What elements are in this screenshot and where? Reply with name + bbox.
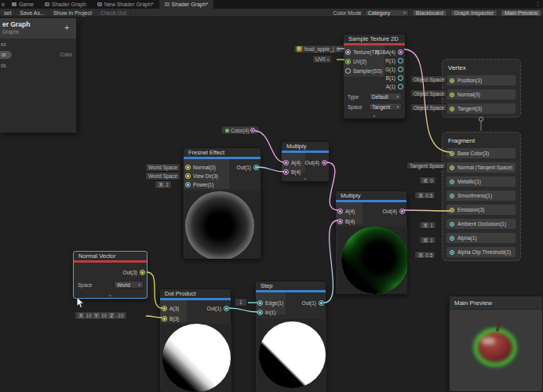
node-sample-texture-2d[interactable]: Sample Texture 2D Texture(T2) UV(2) Samp… — [343, 34, 406, 119]
space-dropdown[interactable]: Tangent▾ — [369, 103, 402, 111]
port-smoothness-input[interactable] — [450, 194, 454, 198]
ao-value-pill[interactable]: X1 — [419, 221, 436, 229]
port-alpha-input[interactable] — [450, 236, 454, 241]
port-viewdir-input[interactable] — [185, 173, 191, 179]
tab-game[interactable]: Game — [6, 0, 39, 9]
port-normal-ts-input[interactable] — [450, 165, 454, 170]
alpha-clip-value-pill[interactable]: X0.5 — [414, 251, 435, 259]
port-normal-input[interactable] — [185, 165, 191, 170]
save-as-button[interactable]: Save As... — [16, 9, 49, 16]
alpha-value-pill[interactable]: X1 — [419, 236, 436, 244]
position-space-pill[interactable]: Object Space — [410, 75, 447, 83]
block-row-normal[interactable]: Normal(3) — [446, 89, 516, 100]
node-multiply-1[interactable]: Multiply A(4) B(4) Out(4) ⌄ — [281, 141, 330, 182]
step-edge-value-pill[interactable]: 1 — [235, 298, 247, 307]
port-out-output[interactable] — [319, 300, 324, 306]
port-b-input[interactable] — [283, 169, 289, 175]
node-fresnel-effect[interactable]: Fresnel Effect Normal(3) View Dir(3) Pow… — [183, 147, 261, 259]
port-g-output[interactable] — [398, 67, 403, 72]
block-row-alpha-clip[interactable]: Alpha Clip Threshold(1) — [446, 247, 516, 257]
tab-scene-cut[interactable]: e — [0, 0, 6, 9]
blackboard-section-properties[interactable]: es — [0, 38, 76, 48]
port-texture-input[interactable] — [345, 49, 351, 55]
port-b-output[interactable] — [398, 75, 403, 81]
node-multiply-2[interactable]: Multiply A(4) B(4) Out(4) — [335, 191, 407, 294]
graph-inspector-toggle-button[interactable]: Graph Inspector — [450, 9, 497, 16]
viewdir-space-pill[interactable]: World Space — [145, 172, 180, 180]
port-a-input[interactable] — [283, 160, 289, 165]
port-rgba-output[interactable] — [398, 49, 403, 55]
block-row-position[interactable]: Position(3) — [446, 75, 516, 85]
show-in-project-button[interactable]: Show In Project — [49, 9, 97, 16]
port-b-input[interactable] — [162, 316, 167, 321]
port-color-output[interactable] — [250, 128, 255, 132]
port-edge-input[interactable] — [257, 300, 263, 306]
texture-value-pill[interactable]: food_apple_( ⊙ — [293, 45, 344, 53]
tab-shader-graph-active[interactable]: Shader Graph* — [159, 0, 214, 9]
port-normal-input[interactable] — [450, 93, 454, 97]
port-uv-input[interactable] — [345, 59, 351, 64]
block-row-emission[interactable]: Emission(3) — [446, 205, 516, 215]
object-picker-icon[interactable]: ⊙ — [336, 46, 341, 53]
type-dropdown[interactable]: Default▾ — [369, 93, 402, 100]
port-tangent-input[interactable] — [450, 107, 454, 111]
block-row-base-color[interactable]: Base Color(3) — [446, 148, 516, 158]
port-emission-input[interactable] — [450, 208, 454, 212]
tab-shader-graph[interactable]: Shader Graph — [39, 0, 92, 9]
port-r-output[interactable] — [398, 58, 403, 64]
port-out-output[interactable] — [140, 270, 145, 275]
block-row-metallic[interactable]: Metallic(1) — [446, 176, 516, 187]
tab-new-shader-graph[interactable]: New Shader Graph* — [92, 0, 159, 9]
uv-channel-dropdown[interactable]: UV0 ▾ — [312, 55, 332, 64]
space-dropdown[interactable]: World▾ — [114, 281, 144, 289]
port-sampler-input[interactable] — [345, 68, 351, 74]
smoothness-value-pill[interactable]: X0.5 — [414, 191, 435, 199]
node-normal-vector[interactable]: Normal Vector Out(3) Space World▾ ⌄ — [73, 251, 148, 299]
main-preview-header[interactable]: Main Preview — [450, 296, 542, 310]
port-ao-input[interactable] — [450, 222, 454, 227]
normal-ts-space-pill[interactable]: Tangent Space — [406, 162, 446, 169]
node-step[interactable]: Step Edge(1) In(1) Out(1) — [255, 281, 326, 392]
main-preview-toggle-button[interactable]: Main Preview — [501, 9, 541, 16]
block-row-smoothness[interactable]: Smoothness(1) — [446, 191, 516, 201]
block-row-normal-ts[interactable]: Normal (Tangent Space)(3) — [446, 162, 516, 172]
port-power-input[interactable] — [185, 182, 191, 187]
port-b-input[interactable] — [337, 219, 343, 224]
tab-overflow-icon[interactable]: ⋮ — [535, 1, 541, 7]
port-out-output[interactable] — [322, 160, 327, 165]
node-dot-product[interactable]: Dot Product A(3) B(3) Out(1) — [159, 289, 231, 392]
node-color-property[interactable]: Color(4) — [220, 125, 260, 135]
fragment-context-block[interactable]: Fragment Base Color(3) Normal (Tangent S… — [442, 132, 521, 261]
blackboard-toggle-button[interactable]: Blackboard — [412, 9, 447, 16]
vertex-context-block[interactable]: Vertex Position(3) Normal(3) Tangent(3) — [442, 59, 521, 118]
port-position-input[interactable] — [450, 78, 454, 83]
collapse-chevron-icon[interactable]: ⌄ — [282, 175, 329, 181]
port-alpha-clip-input[interactable] — [450, 250, 454, 255]
port-out-output[interactable] — [224, 306, 229, 311]
port-base-color-input[interactable] — [450, 151, 454, 156]
save-asset-button[interactable]: set — [0, 9, 16, 16]
port-metallic-input[interactable] — [450, 180, 454, 184]
block-row-alpha[interactable]: Alpha(1) — [446, 233, 516, 243]
block-row-ambient-occlusion[interactable]: Ambient Occlusion(1) — [446, 219, 516, 229]
blackboard-section-keywords[interactable]: ds — [0, 60, 76, 69]
blackboard-property-color[interactable]: or Color — [0, 49, 76, 60]
dot-b-vector-pill[interactable]: X10 Y10 Z-10 — [75, 311, 127, 320]
normal-space-pill[interactable]: World Space — [145, 163, 180, 172]
port-a-input[interactable] — [162, 306, 167, 311]
property-pill[interactable]: or — [0, 51, 12, 59]
collapse-chevron-icon[interactable]: ⌄ — [344, 112, 405, 118]
tangent-space-pill[interactable]: Object Space — [410, 103, 447, 111]
port-out-output[interactable] — [253, 165, 259, 170]
port-a-output[interactable] — [398, 84, 403, 89]
metallic-value-pill[interactable]: X0 — [419, 176, 436, 184]
port-a-input[interactable] — [337, 209, 343, 214]
block-row-tangent[interactable]: Tangent(3) — [446, 103, 516, 114]
normal-space-pill[interactable]: Object Space — [410, 89, 447, 97]
power-value-pill[interactable]: X2 — [155, 180, 172, 189]
check-out-button[interactable]: Check Out — [97, 9, 131, 16]
port-out-output[interactable] — [399, 209, 405, 214]
add-property-button[interactable]: + — [64, 24, 69, 32]
port-in-input[interactable] — [257, 310, 263, 315]
color-mode-dropdown[interactable]: Category ▾ — [365, 9, 409, 16]
